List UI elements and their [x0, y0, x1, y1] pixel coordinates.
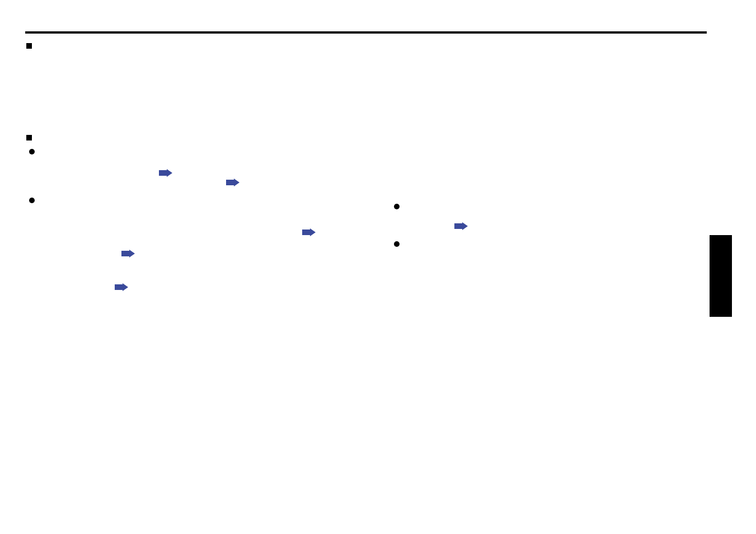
- arrow-right-icon: [226, 179, 240, 186]
- square-bullet-icon: [26, 43, 32, 49]
- svg-marker-1: [226, 179, 240, 186]
- round-bullet-icon: [394, 241, 400, 247]
- svg-marker-2: [302, 228, 316, 236]
- arrow-right-icon: [454, 222, 468, 230]
- round-bullet-icon: [29, 149, 35, 154]
- document-page: [0, 0, 756, 534]
- horizontal-rule: [25, 31, 707, 34]
- arrow-right-icon: [121, 250, 135, 257]
- arrow-right-icon: [159, 169, 172, 177]
- svg-marker-0: [159, 169, 172, 177]
- side-tab: [710, 235, 732, 317]
- round-bullet-icon: [394, 204, 400, 209]
- svg-marker-4: [115, 283, 128, 291]
- arrow-right-icon: [302, 228, 316, 236]
- arrow-right-icon: [115, 283, 128, 291]
- svg-marker-5: [454, 222, 468, 230]
- round-bullet-icon: [29, 198, 35, 203]
- svg-marker-3: [121, 250, 135, 257]
- square-bullet-icon: [26, 135, 32, 140]
